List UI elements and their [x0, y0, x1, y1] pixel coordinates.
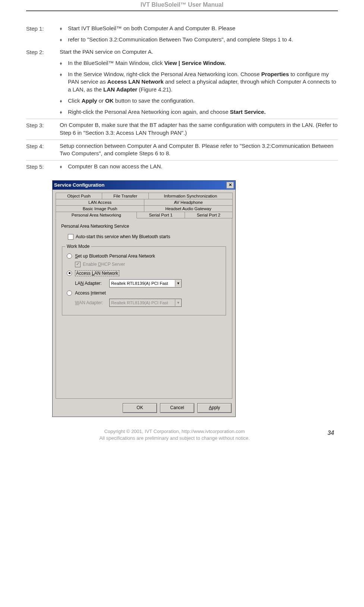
autostart-checkbox[interactable] — [68, 234, 73, 240]
radio-icon[interactable] — [67, 253, 72, 259]
header-rule — [26, 10, 338, 11]
text: Access — [75, 290, 91, 296]
step-1-text-2: refer to "Section 3.2:Communication Betw… — [68, 36, 338, 43]
text: HCP Server — [101, 262, 125, 267]
workmode-legend: Work Mode — [65, 244, 91, 249]
step-2: Step 2: Start the PAN service on Compute… — [26, 46, 338, 119]
text: AN Adapter: — [79, 300, 103, 305]
step-5-text-1: Computer B can now access the LAN. — [68, 163, 338, 170]
text: pply — [212, 405, 220, 410]
radio-access-lan[interactable]: Access LAN Network — [67, 270, 221, 276]
tab-info-sync[interactable]: Information Synchronization — [148, 193, 233, 199]
text: A — [209, 405, 212, 410]
footer-copyright: Copyright © 2001, IVT Corporation, http:… — [30, 428, 319, 435]
tab-serial-1[interactable]: Serial Port 1 — [136, 212, 185, 218]
lan-adapter-value: Realtek RTL8139(A) PCI Fast — [110, 281, 175, 286]
step-2-bullet-4: Right-click the Personal Area Networking… — [60, 108, 338, 116]
dialog-titlebar: Service Configuration ✕ — [53, 181, 235, 190]
ok-button[interactable]: OK — [123, 403, 157, 413]
wan-adapter-value: Realtek RTL8139(A) PCI Fast — [110, 301, 175, 305]
text: Access — [76, 271, 92, 276]
wan-adapter-row: WAN Adapter: Realtek RTL8139(A) PCI Fast… — [75, 299, 221, 307]
dropdown-arrow-icon: ▼ — [175, 299, 181, 306]
page-number: 34 — [319, 428, 334, 436]
text: button to save the configuration. — [114, 97, 195, 104]
step-1: Step 1: Start IVT BlueSoleil™ on both Co… — [26, 22, 338, 46]
text: AN Network — [94, 271, 118, 276]
step-4-text: Setup connection between Computer A and … — [60, 142, 338, 158]
step-3: Step 3: On Computer B, make sure that th… — [26, 119, 338, 140]
footer-disclaimer: All specifications are preliminary and s… — [30, 435, 319, 442]
lan-adapter-dropdown[interactable]: Realtek RTL8139(A) PCI Fast ▼ — [109, 279, 182, 287]
radio-setup-pan[interactable]: Set up Bluetooth Personal Area Network — [67, 253, 221, 259]
workmode-fieldset: Work Mode Set up Bluetooth Personal Area… — [62, 246, 226, 315]
step-1-bullet-1: Start IVT BlueSoleil™ on both Computer A… — [60, 25, 338, 32]
dialog-buttons: OK Cancel Apply — [53, 400, 235, 417]
step-5-label: Step 5: — [26, 163, 60, 170]
bullet-icon — [60, 71, 68, 93]
step-2-label: Step 2: — [26, 48, 60, 116]
apply-button[interactable]: Apply — [197, 403, 232, 413]
text: Right-click the Personal Area Networking… — [68, 109, 230, 115]
tab-av-headphone[interactable]: AV Headphone — [144, 199, 233, 205]
text: nternet — [92, 290, 106, 296]
step-3-text: On Computer B, make sure that the BT ada… — [60, 121, 338, 137]
text: LA — [75, 281, 81, 286]
cancel-button[interactable]: Cancel — [160, 403, 194, 413]
bold-text: Apply — [82, 97, 97, 104]
bold-text: OK — [105, 97, 114, 104]
bullet-icon — [60, 59, 68, 67]
step-3-label: Step 3: — [26, 121, 60, 137]
step-2-bullet-2: In the Service Window, right-click the P… — [60, 71, 338, 93]
bold-text: Properties — [261, 71, 289, 77]
text: L — [92, 271, 94, 276]
autostart-checkbox-row[interactable]: Auto-start this service when My Bluetoot… — [68, 234, 227, 240]
bullet-icon — [60, 163, 68, 170]
step-4-label: Step 4: — [26, 142, 60, 158]
radio-icon[interactable] — [67, 271, 72, 276]
tab-serial-2[interactable]: Serial Port 2 — [185, 212, 233, 218]
text: In the BlueSoleil™ Main Window, click — [68, 60, 164, 66]
tab-object-push[interactable]: Object Push — [56, 193, 102, 199]
bullet-icon — [60, 25, 68, 32]
service-config-dialog: Service Configuration ✕ Object Push File… — [52, 180, 236, 417]
tab-lan-access[interactable]: LAN Access — [56, 199, 144, 205]
close-button[interactable]: ✕ — [226, 182, 234, 189]
lan-adapter-row: LAN Adapter: Realtek RTL8139(A) PCI Fast… — [75, 279, 221, 287]
text: Enable — [83, 262, 98, 267]
service-name-label: Personal Area Networking Service — [61, 224, 227, 229]
text: Click — [68, 97, 82, 104]
dialog-title: Service Configuration — [54, 182, 226, 188]
steps-list: Step 1: Start IVT BlueSoleil™ on both Co… — [26, 22, 338, 173]
tab-file-transfer[interactable]: File Transfer — [102, 193, 148, 199]
text: (Figure 4.21). — [137, 86, 172, 93]
bullet-icon — [60, 36, 68, 43]
radio-icon[interactable] — [67, 290, 72, 296]
bold-text: View | Service Window. — [164, 60, 226, 66]
text: S — [75, 253, 78, 259]
step-2-bullet-3: Click Apply or OK button to save the con… — [60, 97, 338, 105]
step-5: Step 5: Computer B can now access the LA… — [26, 161, 338, 172]
text: In the Service Window, right-click the P… — [68, 71, 261, 77]
tab-content: Personal Area Networking Service Auto-st… — [56, 218, 232, 399]
tab-basic-image-push[interactable]: Basic Image Push — [56, 205, 144, 212]
dropdown-arrow-icon[interactable]: ▼ — [175, 280, 181, 287]
page-header: IVT BlueSoleil™ User Manual — [26, 0, 338, 10]
dhcp-checkbox: ✔ — [75, 262, 81, 267]
tabs-area: Object Push File Transfer Information Sy… — [53, 190, 235, 400]
text: et up Bluetooth Personal Area Network — [78, 253, 155, 259]
tab-pan[interactable]: Personal Area Networking — [56, 212, 137, 218]
bold-text: LAN Adapter — [103, 86, 137, 93]
text: or — [97, 97, 105, 104]
dhcp-checkbox-row: ✔ Enable DHCP Server — [75, 262, 221, 267]
tab-headset-gateway[interactable]: Headset Audio Gateway — [144, 205, 233, 212]
step-1-bullet-2: refer to "Section 3.2:Communication Betw… — [60, 36, 338, 43]
step-5-bullet-1: Computer B can now access the LAN. — [60, 163, 338, 170]
radio-access-internet[interactable]: Access Internet — [67, 290, 221, 296]
text: Adapter: — [84, 281, 101, 286]
step-1-text-1: Start IVT BlueSoleil™ on both Computer A… — [68, 25, 338, 32]
bold-text: Start Service. — [230, 109, 266, 115]
step-2-bullet-1: In the BlueSoleil™ Main Window, click Vi… — [60, 59, 338, 67]
wan-adapter-dropdown: Realtek RTL8139(A) PCI Fast ▼ — [109, 299, 182, 307]
bullet-icon — [60, 108, 68, 116]
